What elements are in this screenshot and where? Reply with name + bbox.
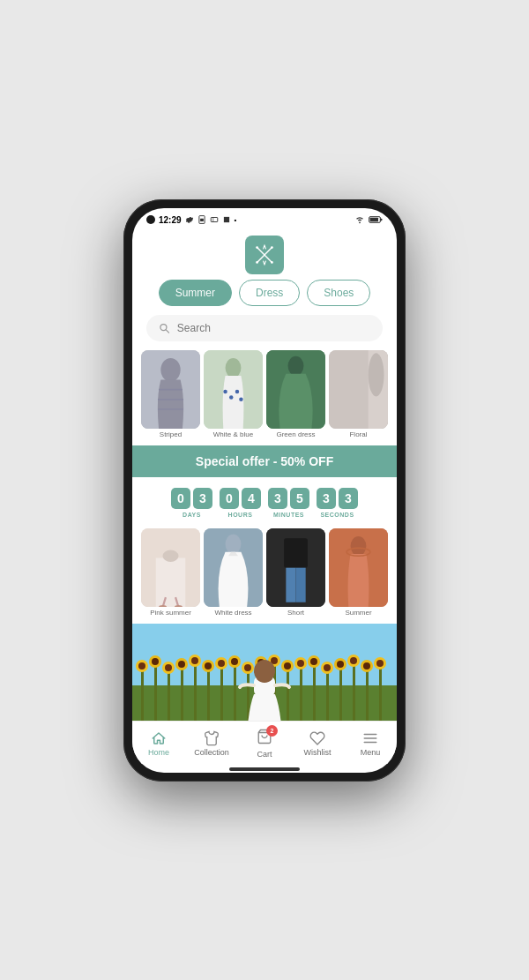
svg-point-96 — [297, 660, 304, 667]
svg-rect-67 — [339, 666, 342, 720]
svg-point-88 — [244, 664, 251, 671]
svg-point-104 — [350, 657, 357, 664]
svg-point-84 — [218, 660, 225, 667]
search-bar[interactable] — [146, 315, 383, 341]
product-label-7: Short — [266, 609, 325, 617]
countdown-days: 0 3 DAYS — [171, 488, 212, 518]
storage-icon — [210, 215, 219, 224]
svg-rect-68 — [353, 662, 355, 720]
svg-point-31 — [369, 353, 384, 396]
product-image-5 — [141, 528, 200, 607]
svg-rect-1 — [200, 219, 204, 221]
svg-point-22 — [226, 357, 242, 377]
countdown-timer: 0 3 DAYS 0 4 HOURS 3 5 — [132, 477, 397, 528]
product-item-4[interactable]: Floral — [329, 350, 388, 438]
product-item-3[interactable]: Green dress — [266, 350, 325, 438]
svg-rect-63 — [287, 668, 289, 720]
seconds-d2: 3 — [339, 488, 358, 509]
svg-rect-56 — [194, 662, 197, 720]
wifi-icon — [354, 215, 365, 224]
countdown-hours: 0 4 HOURS — [220, 488, 261, 518]
nav-item-cart[interactable]: 2 Cart — [242, 729, 287, 759]
svg-point-17 — [160, 357, 180, 381]
search-input[interactable] — [177, 322, 370, 334]
svg-rect-57 — [207, 668, 210, 720]
tab-summer[interactable]: Summer — [159, 280, 232, 306]
nav-item-menu[interactable]: Menu — [348, 730, 392, 757]
svg-point-34 — [163, 550, 179, 561]
svg-point-76 — [165, 664, 172, 671]
nav-item-wishlist[interactable]: Wishlist — [295, 730, 339, 757]
svg-point-98 — [310, 658, 317, 665]
svg-point-12 — [256, 261, 258, 264]
tab-dress[interactable]: Dress — [239, 280, 300, 306]
svg-rect-4 — [223, 217, 228, 222]
svg-point-72 — [138, 662, 145, 670]
gear-icon — [185, 215, 194, 224]
product-image-3 — [266, 350, 325, 429]
nav-label-wishlist: Wishlist — [304, 748, 332, 757]
product-image-2 — [204, 350, 263, 429]
product-item-2[interactable]: White & blue — [204, 350, 263, 438]
product-item-5[interactable]: Pink summer — [141, 528, 200, 617]
logo-area — [132, 228, 397, 280]
cart-badge: 2 — [266, 725, 278, 737]
seconds-label: SECONDS — [320, 512, 354, 518]
svg-rect-70 — [379, 665, 382, 720]
svg-point-10 — [256, 246, 258, 249]
dot-indicator: • — [235, 216, 237, 224]
minutes-d1: 3 — [268, 488, 287, 509]
svg-rect-6 — [380, 219, 382, 221]
svg-point-110 — [254, 660, 275, 683]
nav-item-collection[interactable]: Collection — [190, 730, 234, 757]
status-bar: 12:29 • — [132, 208, 397, 228]
svg-point-78 — [178, 661, 185, 668]
phone-frame: 12:29 • — [123, 199, 406, 782]
svg-point-24 — [229, 395, 233, 399]
product-image-6 — [204, 528, 263, 607]
summer2-svg — [329, 528, 388, 607]
seconds-d1: 3 — [317, 488, 336, 509]
product-item-6[interactable]: White dress — [204, 528, 263, 617]
feature-image[interactable] — [132, 624, 397, 720]
collection-icon — [204, 730, 220, 746]
tab-shoes[interactable]: Shoes — [307, 280, 370, 306]
product-label-8: Summer — [329, 609, 388, 617]
countdown-minutes: 3 5 MINUTES — [268, 488, 309, 518]
product-image-8 — [329, 528, 388, 607]
hours-digits: 0 4 — [220, 488, 261, 509]
product-label-2: White & blue — [204, 430, 263, 438]
nav-label-menu: Menu — [361, 748, 381, 757]
nav-item-home[interactable]: Home — [137, 730, 181, 757]
svg-rect-64 — [300, 665, 302, 720]
cart-icon-wrap: 2 — [257, 729, 272, 748]
minutes-digits: 3 5 — [268, 488, 309, 509]
svg-rect-2 — [211, 218, 218, 222]
svg-rect-53 — [154, 663, 157, 720]
product-label-4: Floral — [329, 430, 388, 438]
hours-d1: 0 — [220, 488, 239, 509]
svg-point-28 — [288, 355, 304, 375]
offer-text: Special offer - 50% OFF — [196, 454, 333, 468]
category-tabs: Summer Dress Shoes — [132, 280, 397, 315]
svg-point-40 — [226, 535, 242, 554]
white-dress-svg — [204, 528, 263, 607]
product-item-7[interactable]: Short — [266, 528, 325, 617]
svg-rect-59 — [234, 663, 236, 720]
product-image-1 — [141, 350, 200, 429]
days-d1: 0 — [171, 488, 190, 509]
product-item-1[interactable]: Striped — [141, 350, 200, 438]
product-item-8[interactable]: Summer — [329, 528, 388, 617]
svg-rect-65 — [313, 663, 316, 720]
svg-rect-42 — [284, 538, 308, 567]
minutes-d2: 5 — [290, 488, 309, 509]
product-label-1: Striped — [141, 430, 200, 438]
hours-d2: 4 — [242, 488, 261, 509]
svg-point-106 — [363, 662, 370, 670]
time-display: 12:29 — [159, 215, 182, 225]
home-indicator — [229, 767, 300, 771]
search-icon — [159, 322, 170, 334]
svg-point-25 — [235, 389, 239, 393]
svg-rect-66 — [326, 670, 329, 720]
svg-point-11 — [271, 246, 273, 249]
